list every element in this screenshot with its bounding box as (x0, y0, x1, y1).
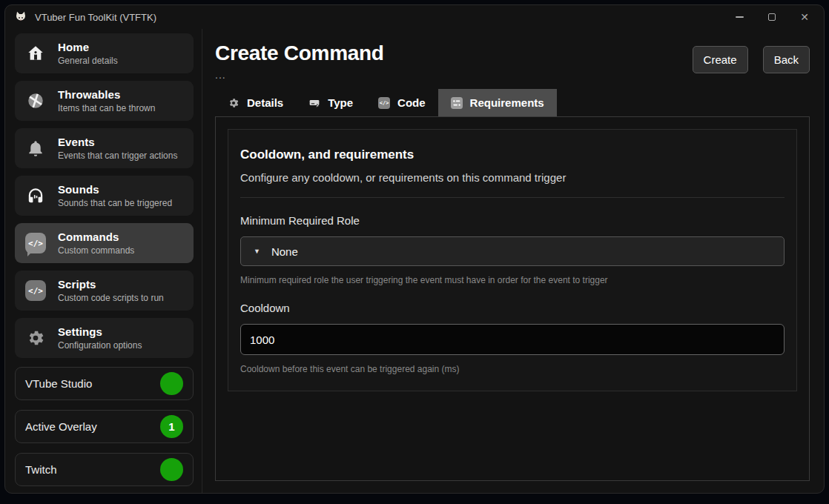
minimize-icon (736, 16, 744, 18)
sidebar-item-description: Custom commands (58, 245, 134, 256)
gear-icon (228, 97, 240, 109)
page-title: Create Command (215, 42, 384, 65)
sidebar-item-description: Items that can be thrown (58, 103, 155, 113)
sidebar-item-throwables[interactable]: ThrowablesItems that can be thrown (15, 81, 194, 121)
minimum-role-label: Minimum Required Role (240, 214, 785, 227)
cooldown-input[interactable] (240, 324, 785, 355)
requirements-panel: Cooldown, and requirements Configure any… (228, 129, 797, 391)
code-badge-icon: </> (25, 280, 46, 301)
close-button[interactable]: ✕ (794, 9, 815, 25)
main-content: Create Command ... Create Back Details (202, 29, 824, 493)
sidebar-item-events[interactable]: EventsEvents that can trigger actions (15, 128, 194, 168)
sidebar-item-description: Sounds that can be triggered (58, 198, 172, 208)
maximize-icon (768, 13, 776, 21)
status-label: VTube Studio (25, 377, 92, 390)
checklist-icon (451, 97, 463, 109)
minimum-role-value: None (271, 245, 298, 258)
sidebar-item-label: Settings (58, 325, 142, 338)
header-actions: Create Back (693, 42, 810, 73)
sidebar-item-description: Configuration options (58, 340, 142, 351)
gear-icon (24, 327, 47, 349)
tab-code[interactable]: </> Code (366, 89, 438, 116)
maximize-button[interactable] (762, 9, 782, 25)
tab-label: Type (328, 96, 353, 109)
sidebar-item-description: General details (58, 56, 118, 66)
sidebar-item-label: Home (58, 41, 118, 53)
tab-type[interactable]: Type (296, 89, 366, 116)
status-indicator-connected (160, 372, 183, 395)
cooldown-help: Cooldown before this event can be trigge… (240, 364, 785, 374)
sidebar-item-sounds[interactable]: SoundsSounds that can be triggered (15, 176, 194, 216)
status-card-twitch[interactable]: Twitch (15, 453, 194, 486)
sidebar-item-label: Commands (58, 231, 134, 243)
status-card-active-overlay[interactable]: Active Overlay 1 (15, 410, 194, 443)
back-button[interactable]: Back (763, 46, 810, 73)
window-title: VTuber Fun ToolKit (VTFTK) (35, 12, 156, 23)
window-controls: ✕ (729, 9, 815, 25)
sidebar-item-scripts[interactable]: </> ScriptsCustom code scripts to run (15, 271, 194, 311)
tab-content: Cooldown, and requirements Configure any… (215, 116, 810, 481)
status-label: Active Overlay (25, 420, 97, 433)
sidebar-item-settings[interactable]: SettingsConfiguration options (15, 318, 194, 358)
headphones-icon (24, 185, 47, 207)
minimize-button[interactable] (729, 9, 750, 25)
tab-label: Code (397, 96, 426, 109)
sidebar-item-label: Throwables (58, 88, 155, 101)
sidebar-status: VTube Studio Active Overlay 1 Twitch (15, 367, 194, 486)
code-badge-icon: </> (378, 97, 390, 109)
sidebar-item-label: Sounds (58, 183, 172, 196)
home-icon (24, 42, 47, 64)
tab-details[interactable]: Details (215, 89, 296, 116)
tab-label: Details (247, 96, 283, 109)
ball-icon (24, 90, 47, 112)
page-subtitle: ... (215, 69, 384, 81)
cooldown-label: Cooldown (240, 302, 785, 314)
tab-requirements[interactable]: Requirements (438, 89, 557, 116)
minimum-role-select[interactable]: ▼ None (240, 236, 785, 266)
sidebar-item-description: Events that can trigger actions (58, 150, 177, 161)
window-body: HomeGeneral details ThrowablesItems that… (5, 29, 824, 493)
sidebar-item-commands[interactable]: </> CommandsCustom commands (15, 223, 194, 263)
titlebar: VTuber Fun ToolKit (VTFTK) ✕ (5, 5, 824, 29)
sidebar-item-home[interactable]: HomeGeneral details (15, 33, 194, 73)
minimum-role-help: Minimum required role the user triggerin… (240, 275, 785, 285)
create-button[interactable]: Create (693, 46, 748, 73)
status-label: Twitch (25, 463, 57, 476)
status-card-vtube-studio[interactable]: VTube Studio (15, 367, 194, 400)
bell-icon (24, 137, 47, 159)
panel-description: Configure any cooldown, or requirements … (240, 171, 785, 184)
sidebar: HomeGeneral details ThrowablesItems that… (5, 29, 202, 493)
tab-bar: Details Type </> Code Requirements (215, 89, 810, 116)
sidebar-item-label: Scripts (58, 278, 164, 291)
app-window: VTuber Fun ToolKit (VTFTK) ✕ HomeGeneral… (4, 4, 825, 494)
app-icon (14, 10, 27, 24)
code-bubble-icon: </> (25, 233, 46, 253)
chevron-down-icon: ▼ (254, 248, 260, 255)
keyboard-icon (308, 97, 320, 109)
status-count-badge: 1 (160, 415, 183, 438)
sidebar-nav: HomeGeneral details ThrowablesItems that… (15, 33, 194, 358)
divider (240, 197, 785, 198)
main-header: Create Command ... Create Back (215, 29, 810, 87)
panel-heading: Cooldown, and requirements (240, 147, 785, 162)
sidebar-item-description: Custom code scripts to run (58, 293, 164, 303)
sidebar-item-label: Events (58, 136, 177, 148)
tab-label: Requirements (470, 96, 544, 109)
status-indicator-connected (160, 458, 183, 481)
